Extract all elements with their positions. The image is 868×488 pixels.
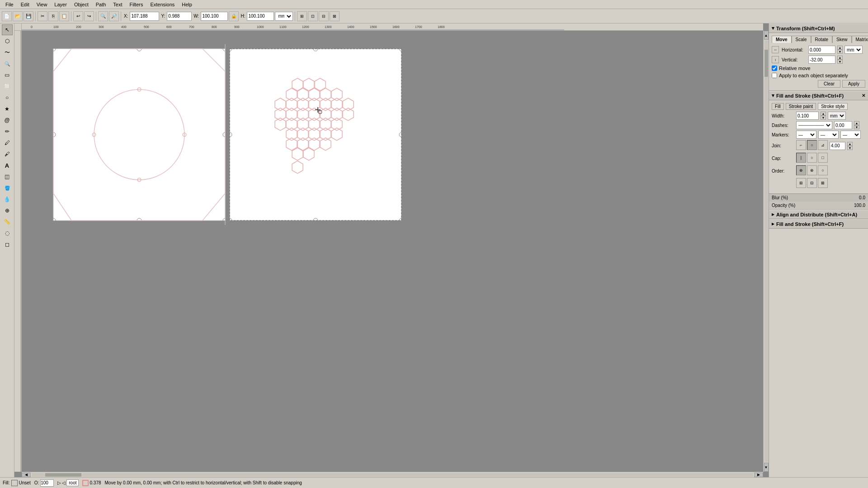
h-input[interactable] [247, 12, 274, 21]
v-scrollbar-track[interactable] [764, 41, 768, 462]
new-btn[interactable]: 📄 [2, 11, 12, 21]
menu-help[interactable]: Help [178, 1, 196, 8]
fill-stroke-close-icon[interactable]: ✕ [862, 93, 865, 98]
node-tool[interactable]: ⬡ [2, 36, 13, 47]
marker-end-select[interactable]: — [840, 131, 861, 139]
menu-layer[interactable]: Layer [51, 1, 71, 8]
tab-skew[interactable]: Skew [832, 36, 851, 43]
transform-panel-header[interactable]: ▾ Transform (Shift+Ctrl+M) [769, 23, 868, 33]
cut-btn[interactable]: ✂ [38, 11, 47, 21]
order-stroke-fill-btn[interactable]: ⊗ [807, 165, 817, 175]
horizontal-spin-up[interactable]: ▲ [837, 46, 843, 50]
vertical-spin-up[interactable]: ▲ [837, 56, 843, 60]
marker-mid-select[interactable]: — [818, 131, 839, 139]
rect-tool[interactable]: ▭ [2, 70, 13, 80]
3d-box-tool[interactable]: ⬜ [2, 81, 13, 92]
fs-tab-fill[interactable]: Fill [772, 103, 784, 110]
spiral-tool[interactable]: @ [2, 115, 13, 126]
menu-edit[interactable]: Edit [17, 1, 33, 8]
unit-select[interactable]: mm px cm [275, 12, 293, 21]
fill-tool[interactable]: 🪣 [2, 183, 13, 193]
cap-round-btn[interactable]: ○ [807, 153, 817, 163]
order-extra-2-btn[interactable]: ⊟ [807, 178, 817, 188]
w-input[interactable] [201, 12, 228, 21]
ellipse-tool[interactable]: ○ [2, 92, 13, 103]
dashes-value-input[interactable] [834, 121, 852, 129]
h-scrollbar-thumb[interactable] [45, 473, 81, 477]
horizontal-input[interactable] [808, 46, 835, 54]
open-btn[interactable]: 📂 [13, 11, 23, 21]
star-tool[interactable]: ★ [2, 103, 13, 114]
pen-tool[interactable]: 🖊 [2, 137, 13, 148]
menu-text[interactable]: Text [109, 1, 126, 8]
v-scrollbar-thumb[interactable] [764, 50, 768, 77]
order-stroke-only-btn[interactable]: ○ [818, 165, 828, 175]
text-tool[interactable]: A [2, 160, 13, 171]
dashes-spin-up[interactable]: ▲ [854, 121, 859, 125]
eraser-tool[interactable]: ◻ [2, 239, 13, 250]
menu-object[interactable]: Object [71, 1, 92, 8]
tab-rotate[interactable]: Rotate [811, 36, 832, 43]
lock-aspect-btn[interactable]: 🔒 [229, 11, 239, 21]
drawing-area[interactable] [22, 31, 763, 477]
clear-button[interactable]: Clear [818, 80, 840, 88]
copy-btn[interactable]: ⎘ [48, 11, 58, 21]
canvas-area[interactable]: 0 100 200 300 400 500 600 700 800 900 10… [14, 23, 769, 477]
calligraphy-tool[interactable]: 🖋 [2, 149, 13, 160]
pencil-tool[interactable]: ✏ [2, 126, 13, 137]
tab-scale[interactable]: Scale [792, 36, 811, 43]
order-extra-3-btn[interactable]: ⊠ [818, 178, 828, 188]
join-value-input[interactable] [830, 142, 845, 150]
vertical-spin-down[interactable]: ▼ [837, 60, 843, 64]
horizontal-unit[interactable]: mmpx [844, 46, 863, 54]
zoom-tool[interactable]: 🔍 [2, 58, 13, 69]
gradient-tool[interactable]: ◫ [2, 171, 13, 182]
menu-extensions[interactable]: Extensions [146, 1, 178, 8]
snap-node-btn[interactable]: ⊡ [308, 11, 318, 21]
menu-file[interactable]: File [2, 1, 17, 8]
width-spin-up[interactable]: ▲ [821, 112, 826, 116]
v-scrollbar[interactable]: ▲ ▼ [763, 31, 769, 472]
fs-tab-stroke-paint[interactable]: Stroke paint [786, 103, 816, 110]
opacity-status-input[interactable] [40, 479, 54, 487]
order-extra-1-btn[interactable]: ⊞ [796, 178, 806, 188]
order-fill-stroke-btn[interactable]: ⊕ [796, 165, 806, 175]
join-miter-btn[interactable]: ⌐ [796, 140, 806, 150]
marker-start-select[interactable]: — [796, 131, 816, 139]
save-btn[interactable]: 💾 [24, 11, 33, 21]
scroll-up-btn[interactable]: ▲ [764, 31, 769, 40]
relative-move-checkbox[interactable] [772, 66, 777, 71]
dashes-spin-down[interactable]: ▼ [854, 125, 859, 129]
dropper-tool[interactable]: 💧 [2, 194, 13, 205]
fs-tab-stroke-style[interactable]: Stroke style [818, 103, 848, 110]
scroll-right-btn[interactable]: ▶ [754, 473, 763, 477]
snap-guide-btn[interactable]: ⊠ [330, 11, 340, 21]
apply-each-checkbox[interactable] [772, 73, 777, 78]
measure-tool[interactable]: 📏 [2, 216, 13, 227]
zoom-in-btn[interactable]: 🔍 [98, 11, 108, 21]
main-svg[interactable] [49, 44, 573, 397]
dashes-select[interactable]: ──────── - - - - - · · · · · [796, 121, 832, 129]
scroll-left-btn[interactable]: ◀ [22, 473, 31, 477]
tweak-tool[interactable]: 〜 [2, 47, 13, 58]
apply-button[interactable]: Apply [842, 80, 865, 88]
y-input[interactable] [167, 12, 192, 21]
horizontal-spin-down[interactable]: ▼ [837, 50, 843, 54]
align-distribute-panel-header[interactable]: ▸ Align and Distribute (Shift+Ctrl+A) [769, 210, 868, 219]
undo-btn[interactable]: ↩ [73, 11, 83, 21]
join-bevel-btn[interactable]: ⊿ [818, 140, 828, 150]
fill-stroke-bottom-header[interactable]: ▸ Fill and Stroke (Shift+Ctrl+F) [769, 219, 868, 229]
tab-move[interactable]: Move [772, 36, 792, 43]
redo-btn[interactable]: ↪ [84, 11, 94, 21]
join-round-btn[interactable]: ○ [807, 140, 817, 150]
menu-path[interactable]: Path [92, 1, 110, 8]
zoom-out-btn[interactable]: 🔎 [109, 11, 119, 21]
vertical-input[interactable] [808, 56, 835, 64]
join-spin-down[interactable]: ▼ [847, 146, 853, 150]
connector-tool[interactable]: ⊕ [2, 205, 13, 216]
snap-btn[interactable]: ⊞ [297, 11, 307, 21]
select-tool[interactable]: ↖ [2, 24, 13, 35]
fill-stroke-panel-header[interactable]: ▾ Fill and Stroke (Shift+Ctrl+F) ✕ [769, 91, 868, 100]
cap-butt-btn[interactable]: | [796, 153, 806, 163]
snap-grid-btn[interactable]: ⊟ [319, 11, 329, 21]
